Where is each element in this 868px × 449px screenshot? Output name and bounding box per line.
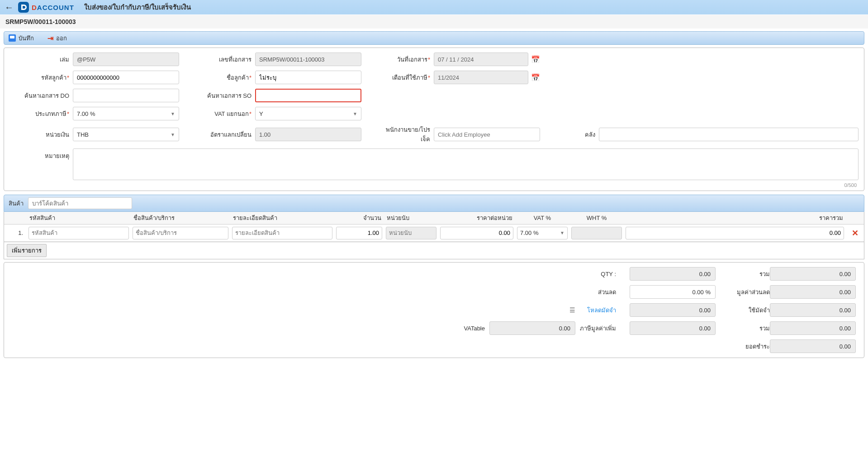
sales-employee-input[interactable] [434,128,540,141]
load-deposit-link[interactable]: โหลดมัดจำ [575,306,616,315]
total-sum-label: รวม [729,269,770,279]
row-number: 1. [4,229,27,236]
items-grid-header: รหัสสินค้า ชื่อสินค้า/บริการ รายละเอียดส… [4,212,864,224]
vatable-value: 0.00 [489,321,575,335]
label-sales: พนักงานขาย/โปรเจ็ค [379,125,434,144]
row-delete-icon[interactable]: ✕ [846,228,864,238]
exit-button[interactable]: ⇥ ออก [47,33,67,43]
app-logo[interactable]: DACCOUNT [18,2,74,13]
chevron-down-icon: ▼ [353,111,357,116]
total-qty-label: QTY : [575,271,616,277]
use-deposit-label: ใช้มัดจำ [729,306,770,315]
add-item-button[interactable]: เพิ่มรายการ [7,244,47,257]
col-vat: VAT % [515,215,569,221]
label-vat-sep: VAT แยกนอก [197,109,255,119]
label-cust-name: ชื่อลูกค้า [197,73,255,82]
save-button[interactable]: บันทึก [9,33,34,43]
row-unit-field [386,227,436,239]
tax-month-field[interactable]: 11/2024 [434,71,528,84]
total-sum2-value: 0.00 [770,321,856,335]
logo-text: DACCOUNT [32,4,74,11]
doc-date-field[interactable]: 07 / 11 / 2024 [434,53,528,66]
label-remark: หมายเหตุ [9,148,73,161]
header-form-panel: เล่ม @P5W เลขที่เอกสาร SRMP5W/00011-1000… [4,48,864,191]
row-total-input[interactable] [626,227,844,239]
label-search-so: ค้นหาเอกสาร SO [197,91,255,100]
label-warehouse: คลัง [558,130,599,139]
back-icon[interactable]: ← [5,2,14,13]
vat-separate-select[interactable]: Y▼ [255,107,361,120]
save-label: บันทึก [19,33,34,43]
items-band-label: สินค้า [9,199,24,208]
row-code-input[interactable] [28,227,129,239]
total-sum2-label: รวม [729,324,770,333]
col-total: ราคารวม [624,213,846,223]
book-field: @P5W [73,53,179,66]
top-header: ← DACCOUNT ใบส่งของ/ใบกำกับภาษี/ใบเสร็จร… [0,0,868,14]
discount-label: ส่วนลด [575,287,616,297]
vat-amount-value: 0.00 [630,321,716,335]
vat-amount-label: ภาษีมูลค่าเพิ่ม [575,324,616,333]
chevron-down-icon: ▼ [171,111,175,116]
cust-name-input[interactable] [255,71,361,84]
warehouse-input[interactable] [599,128,859,141]
exit-label: ออก [56,33,67,43]
calendar-icon[interactable]: 📅 [531,55,540,64]
cust-code-input[interactable] [73,71,179,84]
col-qty: จำนวน [334,213,384,223]
total-sum-value: 0.00 [770,267,856,281]
col-code: รหัสสินค้า [27,213,131,223]
page-title: ใบส่งของ/ใบกำกับภาษี/ใบเสร็จรับเงิน [84,2,191,13]
add-item-bar: เพิ่มรายการ [4,242,864,259]
document-number-band: SRMP5W/00011-100003 [0,14,868,29]
search-do-input[interactable] [73,89,179,102]
currency-select[interactable]: THB▼ [73,128,179,141]
chevron-down-icon: ▼ [560,230,564,235]
row-name-input[interactable] [133,227,228,239]
list-icon[interactable]: ☰ [569,306,575,314]
row-unit-price-input[interactable] [440,227,513,239]
row-vat-select[interactable]: 7.00 %▼ [517,227,568,239]
discount-amount-value: 0.00 [770,285,856,299]
col-unit-price: ราคาต่อหน่วย [438,213,515,223]
label-doc-date: วันที่เอกสาร [379,55,434,64]
chevron-down-icon: ▼ [171,132,175,137]
totals-panel: QTY : 0.00 รวม 0.00 ส่วนลด 0.00 % มูลค่า… [4,262,864,358]
col-wht: WHT % [569,215,624,221]
logo-badge-icon [18,2,29,13]
row-detail-input[interactable] [232,227,332,239]
remark-textarea[interactable] [73,148,859,180]
items-grid-row: 1. 7.00 %▼ ✕ [4,224,864,242]
tax-type-select[interactable]: 7.00 %▼ [73,107,179,120]
label-tax-month: เดือนที่ใช้ภาษี [379,73,434,82]
search-so-input[interactable] [255,89,361,102]
calendar-icon[interactable]: 📅 [531,73,540,82]
action-toolbar: บันทึก ⇥ ออก [4,31,864,45]
payment-label: ยอดชำระ [729,342,770,351]
label-exrate: อัตราแลกเปลี่ยน [197,130,255,139]
label-cust-code: รหัสลูกค้า [9,73,73,82]
label-search-do: ค้นหาเอกสาร DO [9,91,73,100]
total-qty-value: 0.00 [630,267,716,281]
doc-no-field: SRMP5W/00011-100003 [255,53,361,66]
col-unit: หน่วยนับ [384,213,438,223]
discount-input[interactable]: 0.00 % [630,285,716,299]
use-deposit-value: 0.00 [770,303,856,317]
label-currency: หน่วยเงิน [9,130,73,139]
row-qty-input[interactable] [336,227,382,239]
discount-amount-label: มูลค่าส่วนลด [729,287,770,297]
label-doc-no: เลขที่เอกสาร [197,55,255,64]
remark-char-count: 0/500 [73,182,859,188]
vatable-label: VATable [449,325,485,332]
row-wht-field [571,227,622,239]
col-detail: รายละเอียดสินค้า [230,213,334,223]
items-grid: รหัสสินค้า ชื่อสินค้า/บริการ รายละเอียดส… [4,212,864,242]
barcode-input[interactable] [28,197,132,209]
items-header-band: สินค้า [4,195,864,212]
label-book: เล่ม [9,55,73,64]
exit-icon: ⇥ [47,34,53,43]
exrate-field: 1.00 [255,128,361,141]
label-tax-type: ประเภทภาษี [9,109,73,119]
col-name: ชื่อสินค้า/บริการ [131,213,230,223]
payment-value: 0.00 [770,339,856,353]
